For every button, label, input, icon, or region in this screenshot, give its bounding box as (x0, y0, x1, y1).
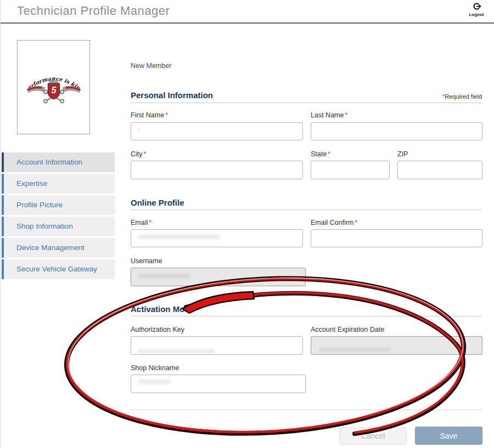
logout-icon (472, 3, 481, 13)
first-name-input[interactable] (131, 122, 303, 140)
member-status-text: New Member (131, 62, 171, 70)
username-label: Username (131, 257, 162, 265)
section-divider (131, 103, 482, 103)
required-field-note: *Required field (441, 93, 482, 100)
first-name-label: First Name* (131, 111, 168, 119)
account-expiration-date-input (311, 336, 482, 355)
authorization-key-input[interactable] (131, 336, 303, 355)
section-title-activation-mode: Activation Mode (131, 304, 194, 314)
section-divider (131, 209, 482, 210)
sidebar-item-device-management[interactable]: Device Management (2, 238, 115, 258)
last-name-label: Last Name* (311, 111, 347, 119)
header-bar: Technician Profile Manager Logout (1, 0, 494, 24)
sidebar-item-secure-vehicle-gateway[interactable]: Secure Vehicle Gateway (2, 259, 115, 279)
last-name-input[interactable] (311, 122, 482, 140)
section-divider (131, 316, 482, 316)
sidebar-item-shop-information[interactable]: Shop Information (2, 217, 115, 236)
shop-nickname-input[interactable] (131, 375, 306, 393)
zip-input[interactable] (397, 161, 482, 179)
shop-logo: performance is king 5 (17, 40, 90, 134)
cancel-button[interactable]: Cancel (339, 427, 407, 445)
section-title-online-profile: Online Profile (131, 198, 184, 207)
technician-profile-manager-window: Technician Profile Manager Logout perfor… (0, 0, 494, 448)
email-confirm-label: Email Confirm* (311, 219, 357, 226)
sidebar-item-expertise[interactable]: Expertise (2, 174, 115, 194)
save-button[interactable]: Save (415, 427, 482, 445)
svg-text:5: 5 (51, 85, 57, 95)
performance-is-king-emblem: performance is king 5 (25, 68, 82, 106)
account-expiration-date-label: Account Expiration Date (311, 326, 384, 333)
sidebar-nav: Account Information Expertise Profile Pi… (2, 152, 115, 281)
email-input[interactable] (131, 229, 303, 247)
sidebar-item-profile-picture[interactable]: Profile Picture (2, 195, 115, 215)
authorization-key-label: Authorization Key (131, 326, 184, 333)
footer-divider (131, 410, 482, 410)
username-input (131, 268, 306, 286)
page-title: Technician Profile Manager (17, 4, 170, 18)
logout-label: Logout (464, 12, 489, 17)
logout-button[interactable]: Logout (464, 2, 489, 17)
email-label: Email* (131, 219, 151, 226)
state-input[interactable] (311, 161, 390, 179)
section-title-personal-information: Personal Information (131, 90, 213, 100)
city-label: City* (131, 150, 146, 158)
state-label: State* (311, 150, 330, 158)
city-input[interactable] (131, 161, 303, 179)
shop-nickname-label: Shop Nickname (131, 364, 179, 372)
sidebar-item-account-information[interactable]: Account Information (2, 152, 115, 172)
zip-label: ZIP (397, 150, 408, 158)
email-confirm-input[interactable] (311, 229, 482, 247)
